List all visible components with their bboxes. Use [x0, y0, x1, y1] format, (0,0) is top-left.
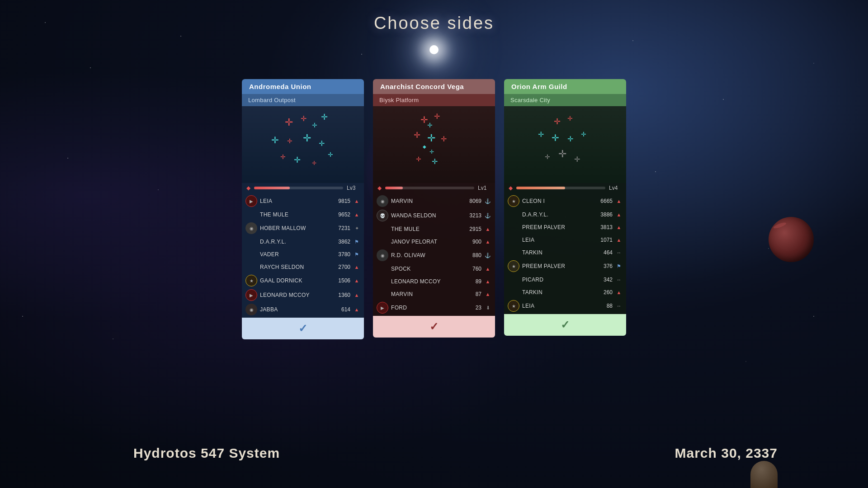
- player-row: MARVIN 87 ▲: [373, 288, 495, 300]
- player-name: LEONARD MCCOY: [260, 292, 330, 298]
- player-name: D.A.R.Y.L.: [260, 239, 330, 245]
- faction-location-orion: Scarsdale City: [504, 94, 626, 106]
- player-score: 6665: [594, 198, 613, 204]
- rank-icon: ⚑: [353, 252, 360, 258]
- rank-icon: ▲: [353, 292, 360, 298]
- rank-icon: ▲: [484, 239, 491, 244]
- rank-icon: ▲: [484, 291, 491, 297]
- player-row: ★ PREEM PALVER 376 ⚑: [504, 259, 626, 273]
- level-bar-andromeda: ◆ Lv3: [242, 183, 364, 193]
- player-score: 1360: [332, 292, 350, 298]
- player-row: ★ CLEON I 6665 ▲: [504, 194, 626, 208]
- player-name: CLEON I: [522, 198, 592, 204]
- rank-icon: ▲: [615, 225, 623, 230]
- avatar: ◉: [377, 195, 388, 207]
- faction-card-orion[interactable]: Orion Arm Guild Scarsdale City ✛ ✛ ✛ ✛ ✛…: [504, 79, 626, 336]
- player-score: 880: [463, 252, 481, 258]
- level-label-anarchist: Lv1: [478, 185, 491, 191]
- faction-card-andromeda[interactable]: Andromeda Union Lombard Outpost ✛ ✛ ✛ ✛ …: [242, 79, 364, 339]
- player-row: JANOV PELORAT 900 ▲: [373, 235, 495, 248]
- player-score: 23: [463, 305, 481, 311]
- faction-location-anarchist: Biysk Platform: [373, 94, 495, 106]
- player-score: 900: [463, 239, 481, 245]
- rank-icon: ⬇: [484, 305, 491, 311]
- level-label-orion: Lv4: [609, 185, 622, 191]
- player-name: PREEM PALVER: [522, 263, 592, 269]
- avatar: ★: [245, 275, 257, 286]
- rank-icon: ⚓: [484, 198, 491, 204]
- player-name: TARKIN: [522, 249, 592, 256]
- avatar: ▶: [245, 195, 257, 207]
- avatar: ◉: [245, 222, 257, 234]
- player-name: LEIA: [522, 303, 592, 309]
- player-name: LEIA: [260, 198, 330, 204]
- avatar: ★: [508, 195, 519, 207]
- battle-area-anarchist: ✛ ✛ ✛ ✛ ✛ ✛ ✛ ◆ ✛ ✛: [373, 106, 495, 183]
- player-row: ◉ MARVIN 8069 ⚓: [373, 194, 495, 208]
- player-row: LEIA 1071 ▲: [504, 234, 626, 246]
- player-score: 3213: [463, 212, 481, 219]
- level-bar-fill-orion: [516, 187, 565, 189]
- avatar: ◉: [377, 249, 388, 261]
- planet-decoration-small: [750, 461, 778, 488]
- factions-container: Andromeda Union Lombard Outpost ✛ ✛ ✛ ✛ …: [242, 79, 626, 339]
- player-list-andromeda: ▶ LEIA 9815 ▲ THE MULE 9652 ▲ ◉ HOBER MA…: [242, 193, 364, 318]
- player-row: THE MULE 2915 ▲: [373, 223, 495, 235]
- battle-area-andromeda: ✛ ✛ ✛ ✛ ✛ ✛ ✛ ✛ ✛ ✛ ✛ ✛: [242, 106, 364, 183]
- planet-decoration-right: [769, 217, 814, 262]
- player-score: 342: [594, 277, 613, 283]
- player-row: PREEM PALVER 3813 ▲: [504, 221, 626, 234]
- player-row: ▶ LEONARD MCCOY 1360 ▲: [242, 288, 364, 302]
- player-name: JANOV PELORAT: [391, 239, 461, 245]
- player-name: JABBA: [260, 306, 330, 313]
- player-row: ★ GAAL DORNICK 1506 ▲: [242, 273, 364, 288]
- player-list-anarchist: ◉ MARVIN 8069 ⚓ 💀 WANDA SELDON 3213 ⚓ TH…: [373, 193, 495, 316]
- player-score: 1506: [332, 277, 350, 284]
- player-name: MARVIN: [391, 291, 461, 297]
- rank-icon: ▲: [353, 198, 360, 204]
- select-button-orion[interactable]: ✓: [504, 314, 626, 336]
- select-button-anarchist[interactable]: ✓: [373, 316, 495, 338]
- player-score: 2700: [332, 264, 350, 270]
- avatar: 💀: [377, 210, 388, 221]
- rank-icon: ↔: [615, 250, 623, 255]
- level-bar-fill-andromeda: [254, 187, 290, 189]
- player-name: THE MULE: [260, 211, 330, 218]
- player-score: 3780: [332, 251, 350, 258]
- player-score: 614: [332, 306, 350, 313]
- rank-icon: ⚑: [615, 263, 623, 269]
- level-bar-orion: ◆ Lv4: [504, 183, 626, 193]
- faction-card-anarchist[interactable]: Anarchist Concord Vega Biysk Platform ✛ …: [373, 79, 495, 338]
- avatar: ▶: [245, 289, 257, 301]
- checkmark-icon-anarchist: ✓: [429, 320, 439, 333]
- player-name: PREEM PALVER: [522, 224, 592, 230]
- checkmark-icon-orion: ✓: [561, 319, 570, 331]
- ship-grid-andromeda: ✛ ✛ ✛ ✛ ✛ ✛ ✛ ✛ ✛ ✛ ✛ ✛: [258, 111, 348, 178]
- player-score: 88: [594, 303, 613, 309]
- player-score: 9652: [332, 211, 350, 218]
- player-score: 87: [463, 291, 481, 297]
- player-score: 8069: [463, 198, 481, 204]
- player-name: R.D. OLIVAW: [391, 252, 461, 258]
- player-name: PICARD: [522, 277, 592, 283]
- player-name: LEIA: [522, 237, 592, 243]
- player-name: GAAL DORNICK: [260, 277, 330, 284]
- player-row: RAYCH SELDON 2700 ▲: [242, 261, 364, 273]
- system-label: Hydrotos 547 System: [133, 446, 280, 461]
- player-name: HOBER MALLOW: [260, 225, 330, 231]
- player-name: THE MULE: [391, 226, 461, 232]
- level-bar-track-anarchist: [385, 187, 474, 189]
- select-button-andromeda[interactable]: ✓: [242, 318, 364, 339]
- diamond-icon-andromeda: ◆: [246, 185, 250, 191]
- player-score: 3813: [594, 224, 613, 230]
- date-label: March 30, 2337: [675, 446, 778, 461]
- player-score: 1071: [594, 237, 613, 243]
- player-row: ◉ R.D. OLIVAW 880 ⚓: [373, 248, 495, 263]
- player-name: FORD: [391, 305, 461, 311]
- player-row: ▶ LEIA 9815 ▲: [242, 194, 364, 208]
- sun-decoration: [429, 45, 439, 54]
- player-row: D.A.R.Y.L. 3862 ⚑: [242, 235, 364, 248]
- level-bar-track-andromeda: [254, 187, 343, 189]
- player-name: WANDA SELDON: [391, 212, 461, 219]
- rank-icon: ▲: [615, 290, 623, 295]
